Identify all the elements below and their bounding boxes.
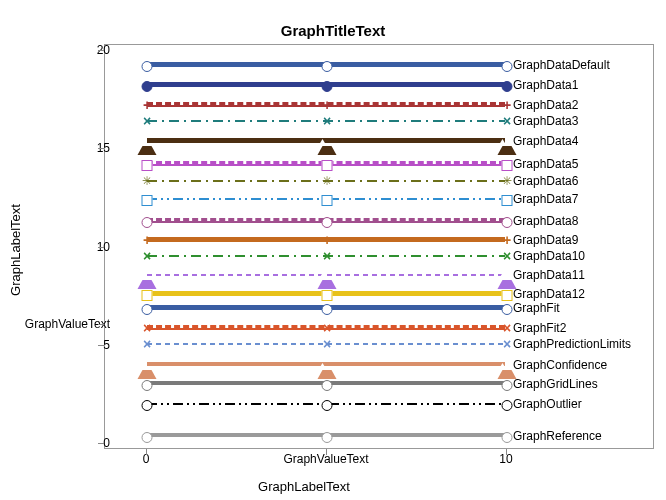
series-legend-label: GraphData11 [513,268,585,282]
series-line: GraphDataDefault [147,62,505,66]
marker-asterisk-icon [323,177,332,186]
series-line: GraphData12 [147,291,505,295]
marker-x-icon [143,252,152,261]
y-tick-label: 0 [103,436,110,450]
marker-plus-icon [503,236,512,245]
marker-plus-icon [503,101,512,110]
marker-plus-icon [323,236,332,245]
marker-circle-icon [502,432,513,443]
marker-circle-icon [502,61,513,72]
marker-circle-icon [502,304,513,315]
series-legend-label: GraphData9 [513,233,578,247]
marker-triangle-icon [318,137,337,155]
series-legend-label: GraphData3 [513,114,578,128]
series-line: GraphOutlier [147,404,505,405]
marker-circle-icon [142,432,153,443]
series-line: GraphData10 [147,256,505,257]
series-line: GraphData1 [147,82,505,86]
series-line: GraphPredictionLimits [147,344,505,345]
marker-circle-icon [322,61,333,72]
series-legend-label: GraphDataDefault [513,58,610,72]
marker-square-icon [322,290,333,301]
series-line: GraphData2 [147,102,505,106]
marker-x-icon [503,252,512,261]
marker-x-icon [503,324,512,333]
marker-circle-icon [502,400,513,411]
marker-diamond-icon [502,195,513,206]
series-legend-label: GraphOutlier [513,397,582,411]
series-line: GraphFit2 [147,325,505,329]
y-tick-mark [98,148,104,149]
series-legend-label: GraphData10 [513,249,585,263]
marker-circle-icon [322,432,333,443]
marker-circle-icon [142,217,153,228]
marker-diamond-icon [142,195,153,206]
series-line: GraphConfidence [147,362,505,366]
marker-square-icon [502,290,513,301]
marker-asterisk-icon [503,177,512,186]
x-tick-mark [506,449,507,455]
marker-plus-icon [143,236,152,245]
marker-circle-icon [142,380,153,391]
series-legend-label: GraphGridLines [513,377,598,391]
y-tick-mark [98,324,104,325]
marker-circle-icon [322,380,333,391]
marker-square-icon [322,160,333,171]
marker-x-icon [323,117,332,126]
series-line: GraphData8 [147,218,505,222]
plot-area: GraphDataDefaultGraphData1GraphData2Grap… [104,44,654,449]
series-line: GraphReference [147,433,505,437]
x-tick-mark [326,449,327,455]
y-tick-mark [98,50,104,51]
marker-circle-filled-icon [142,81,153,92]
series-line: GraphFit [147,305,505,309]
series-legend-label: GraphPredictionLimits [513,337,631,351]
series-legend-label: GraphData8 [513,214,578,228]
series-legend-label: GraphData5 [513,157,578,171]
marker-triangle-icon [138,137,157,155]
marker-circle-icon [142,61,153,72]
marker-circle-icon [322,304,333,315]
y-tick-mark [98,443,104,444]
marker-square-icon [142,160,153,171]
marker-diamond-icon [322,195,333,206]
y-tick-mark [98,247,104,248]
x-tick-mark [146,449,147,455]
marker-triangle-icon [318,361,337,379]
series-line: GraphData4 [147,138,505,142]
marker-x-icon [323,324,332,333]
marker-plus-icon [323,101,332,110]
x-axis-label: GraphLabelText [104,479,504,494]
marker-circle-icon [502,217,513,228]
y-axis-label: GraphLabelText [8,204,23,296]
series-legend-label: GraphData7 [513,192,578,206]
series-legend-label: GraphData6 [513,174,578,188]
series-legend-label: GraphFit [513,301,560,315]
marker-plus-icon [143,101,152,110]
series-legend-label: GraphData1 [513,78,578,92]
series-legend-label: GraphData12 [513,287,585,301]
marker-x-icon [503,340,512,349]
marker-x-icon [323,252,332,261]
y-tick-mark [98,345,104,346]
series-legend-label: GraphData2 [513,98,578,112]
marker-x-icon [143,340,152,349]
marker-circle-filled-icon [322,81,333,92]
series-line: GraphGridLines [147,381,505,385]
marker-x-icon [503,117,512,126]
marker-triangle-icon [138,361,157,379]
series-legend-label: GraphReference [513,429,602,443]
marker-circle-icon [322,217,333,228]
series-line: GraphData7 [147,199,505,200]
series-line: GraphData9 [147,237,505,241]
marker-x-icon [323,340,332,349]
series-line: GraphData3 [147,121,505,122]
marker-circle-icon [502,380,513,391]
marker-square-icon [502,160,513,171]
series-legend-label: GraphFit2 [513,321,566,335]
y-tick-label: 5 [103,338,110,352]
marker-triangle-icon [138,271,157,289]
marker-circle-icon [142,304,153,315]
marker-circle-icon [322,400,333,411]
series-line: GraphData6 [147,181,505,182]
